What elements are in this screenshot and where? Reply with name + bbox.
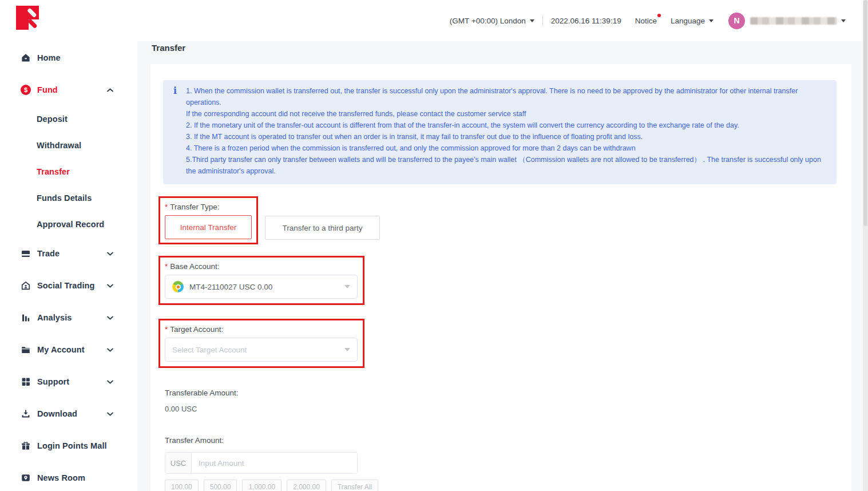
analysis-icon — [21, 312, 31, 323]
transfer-all-button[interactable]: Transfer All — [331, 480, 378, 491]
username-redacted — [750, 17, 837, 25]
base-account-label: *Base Account: — [165, 262, 358, 271]
sidebar-item-label: Withdrawal — [37, 141, 81, 150]
my-account-icon — [21, 345, 31, 355]
amount-input-group: USC — [165, 452, 358, 474]
chevron-down-icon — [709, 19, 714, 22]
sidebar-item-news-room[interactable]: News Room — [0, 462, 137, 491]
gift-icon — [21, 441, 31, 451]
chevron-up-icon — [107, 88, 113, 92]
scrollbar-thumb[interactable] — [863, 0, 867, 226]
news-icon — [21, 473, 31, 483]
note-line: 3. If the MT account is operated to tran… — [186, 131, 824, 142]
info-notes: i 1. When the commission wallet is trans… — [163, 80, 837, 184]
transfer-type-row: *Transfer Type: Internal Transfer Transf… — [158, 196, 851, 244]
note-line: 5.Third party transfer can only transfer… — [186, 154, 824, 177]
note-line: 4. There is a frozen period when the com… — [186, 142, 824, 154]
sidebar-item-analysis[interactable]: Analysis — [0, 302, 137, 334]
download-icon — [21, 409, 31, 419]
note-line: If the corresponding account did not rec… — [186, 108, 824, 120]
timezone-label: (GMT +00:00) London — [450, 17, 526, 25]
user-menu[interactable]: N — [728, 13, 846, 29]
header-divider — [542, 15, 543, 26]
chevron-down-icon — [107, 316, 113, 320]
target-account-select[interactable]: Select Target Account — [165, 338, 358, 362]
mt4-icon — [172, 281, 184, 292]
sidebar-item-fund[interactable]: $ Fund — [0, 74, 137, 106]
timezone-select[interactable]: (GMT +00:00) London — [450, 17, 534, 25]
quick-amount-button[interactable]: 100.00 — [165, 480, 199, 491]
avatar: N — [728, 13, 745, 29]
fund-icon: $ — [21, 85, 31, 95]
note-line: 1. When the commission wallet is transfe… — [186, 85, 824, 108]
trade-icon — [21, 248, 31, 259]
quick-amount-button[interactable]: 500.00 — [204, 480, 237, 491]
sidebar-item-my-account[interactable]: My Account — [0, 334, 137, 366]
sidebar-item-label: Fund — [37, 85, 58, 94]
page-title: Transfer — [152, 43, 185, 53]
sidebar-item-transfer[interactable]: Transfer — [0, 159, 137, 185]
sidebar-item-label: Login Points Mall — [37, 441, 107, 450]
social-trading-icon — [21, 280, 31, 291]
sidebar-item-label: News Room — [37, 473, 85, 482]
transferable-amount-value: 0.00 USC — [165, 405, 851, 413]
quick-amount-row: 100.00 500.00 1,000.00 2,000.00 Transfer… — [165, 480, 851, 491]
scrollbar[interactable] — [863, 0, 868, 491]
target-account-placeholder: Select Target Account — [172, 346, 247, 354]
transferable-amount-label: Transferable Amount: — [165, 389, 851, 397]
chevron-down-icon — [107, 348, 113, 352]
sidebar-item-withdrawal[interactable]: Withdrawal — [0, 132, 137, 159]
internal-transfer-button[interactable]: Internal Transfer — [165, 215, 252, 239]
amount-input[interactable] — [192, 453, 357, 473]
sidebar-menu: Home $ Fund Deposit Withdrawal Transfer … — [0, 40, 137, 491]
chevron-down-icon — [107, 284, 113, 288]
target-account-label: *Target Account: — [165, 325, 358, 334]
info-icon: i — [173, 85, 177, 97]
main-content: Transfer i 1. When the commission wallet… — [137, 41, 863, 491]
third-party-transfer-button[interactable]: Transfer to a third party — [265, 216, 380, 240]
base-account-annotation-box: *Base Account: MT4-2110027 USC 0.00 — [158, 256, 364, 305]
sidebar-item-label: Funds Details — [37, 193, 92, 203]
app-root: Home $ Fund Deposit Withdrawal Transfer … — [0, 0, 868, 491]
sidebar-item-download[interactable]: Download — [0, 398, 137, 430]
sidebar-item-label: Social Trading — [37, 281, 95, 290]
sidebar-item-approval-record[interactable]: Approval Record — [0, 211, 137, 237]
sidebar-item-label: Approval Record — [37, 220, 104, 229]
base-account-select[interactable]: MT4-2110027 USC 0.00 — [165, 275, 358, 299]
quick-amount-button[interactable]: 2,000.00 — [287, 480, 326, 491]
notification-dot — [657, 14, 661, 17]
sidebar: Home $ Fund Deposit Withdrawal Transfer … — [0, 0, 137, 491]
required-marker: * — [165, 203, 168, 211]
chevron-down-icon — [107, 412, 113, 416]
chevron-down-icon — [530, 19, 534, 22]
datetime-text: 2022.06.16 11:39:19 — [551, 17, 621, 25]
target-account-annotation-box: *Target Account: Select Target Account — [158, 319, 364, 368]
transfer-panel: i 1. When the commission wallet is trans… — [150, 64, 851, 491]
sidebar-item-funds-details[interactable]: Funds Details — [0, 185, 137, 211]
sidebar-item-deposit[interactable]: Deposit — [0, 106, 137, 132]
notice-label: Notice — [635, 17, 657, 25]
chevron-down-icon — [344, 285, 350, 288]
currency-prefix: USC — [165, 453, 192, 473]
topbar: (GMT +00:00) London 2022.06.16 11:39:19 … — [137, 0, 863, 41]
sidebar-item-label: Analysis — [37, 313, 72, 322]
sidebar-item-label: Download — [37, 409, 77, 418]
brand-logo[interactable] — [16, 6, 43, 34]
quick-amount-button[interactable]: 1,000.00 — [242, 480, 282, 491]
sidebar-item-label: Support — [37, 377, 69, 386]
sidebar-item-home[interactable]: Home — [0, 42, 137, 74]
notice-link[interactable]: Notice — [635, 17, 657, 25]
sidebar-item-trade[interactable]: Trade — [0, 237, 137, 270]
home-icon — [21, 53, 31, 63]
sidebar-item-login-points-mall[interactable]: Login Points Mall — [0, 430, 137, 462]
sidebar-item-label: Trade — [37, 249, 60, 258]
note-line: 2. If the monetary unit of the transfer-… — [186, 120, 824, 131]
language-select[interactable]: Language — [671, 17, 714, 25]
chevron-down-icon — [107, 380, 113, 384]
sidebar-item-social-trading[interactable]: Social Trading — [0, 270, 137, 302]
sidebar-item-support[interactable]: Support — [0, 366, 137, 398]
language-label: Language — [671, 17, 705, 25]
base-account-value: MT4-2110027 USC 0.00 — [189, 283, 272, 291]
chevron-down-icon — [841, 19, 846, 22]
sidebar-item-label: My Account — [37, 345, 85, 354]
